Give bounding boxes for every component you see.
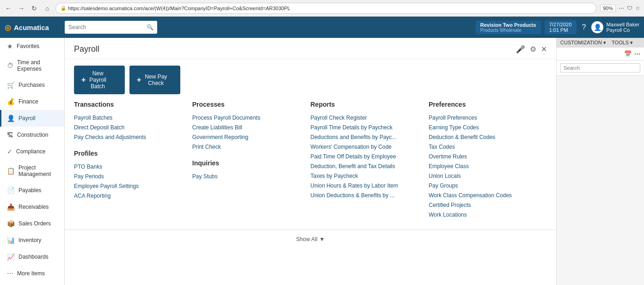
right-panel: CUSTOMIZATION ▾ TOOLS ▾ 📅 ⋯ (556, 38, 644, 285)
col-preferences: Preferences Payroll Preferences Earning … (429, 101, 547, 220)
right-panel-search[interactable] (557, 61, 644, 76)
plus-icon-1: + (81, 76, 86, 84)
compliance-icon: ✓ (7, 148, 12, 155)
back-button[interactable]: ← (4, 4, 13, 13)
calendar-icon[interactable]: 📅 (624, 50, 632, 57)
plus-icon-2: + (137, 76, 141, 84)
search-input[interactable] (68, 24, 144, 30)
sidebar-item-construction[interactable]: 🏗 Construction (0, 127, 64, 143)
link-direct-deposit-batch[interactable]: Direct Deposit Batch (74, 123, 192, 132)
extensions-icon: 🛡 (627, 5, 632, 12)
sidebar-item-time-expenses[interactable]: ⏱ Time and Expenses (0, 55, 64, 77)
user-icon: 👤 (594, 24, 601, 31)
link-process-payroll-documents[interactable]: Process Payroll Documents (192, 114, 311, 122)
sidebar-item-payables[interactable]: 📄 Payables (0, 182, 64, 199)
link-deductions-benefits-payc[interactable]: Deductions and Benefits by Payc... (311, 133, 429, 141)
help-button[interactable]: ? (580, 21, 588, 33)
url-text: https://salesdemo.acumatica.com/ace/(W(4… (68, 6, 290, 11)
more-options-icon[interactable]: ⋯ (634, 50, 640, 57)
more-icon[interactable]: ⋯ (619, 5, 624, 12)
sidebar-item-finance[interactable]: 💰 Finance (0, 93, 64, 110)
settings-icon[interactable]: ⚙ (530, 45, 536, 54)
home-button[interactable]: ⌂ (43, 4, 52, 13)
link-pay-checks-adjustments[interactable]: Pay Checks and Adjustments (74, 133, 192, 141)
link-payroll-time-details[interactable]: Payroll Time Details by Paycheck (311, 123, 429, 132)
inquiries-title: Inquiries (192, 159, 311, 167)
sidebar-item-more-items[interactable]: ⋯ More Items (0, 265, 64, 282)
sidebar-label-payroll: Payroll (18, 115, 36, 121)
logo-icon: ◎ (5, 23, 11, 32)
chevron-down-icon: ▼ (319, 236, 325, 243)
content-area: Payroll 🎤 ⚙ ✕ + NewPayrollBatch + New Pa… (65, 38, 556, 285)
link-union-deductions-benefits[interactable]: Union Deductions & Benefits by ... (311, 191, 429, 200)
link-employee-payroll-settings[interactable]: Employee Payroll Settings (74, 182, 192, 190)
sidebar-item-sales-orders[interactable]: 📦 Sales Orders (0, 215, 64, 232)
link-government-reporting[interactable]: Government Reporting (192, 133, 311, 141)
new-pay-check-button[interactable]: + New PayCheck (129, 66, 180, 94)
inventory-icon: 📊 (7, 236, 15, 244)
sidebar-item-inventory[interactable]: 📊 Inventory (0, 232, 64, 249)
refresh-button[interactable]: ↻ (30, 4, 39, 13)
link-earning-type-codes[interactable]: Earning Type Codes (429, 123, 547, 132)
new-pay-check-label: New PayCheck (145, 73, 167, 86)
tools-button[interactable]: TOOLS ▾ (612, 40, 633, 46)
avatar: 👤 (591, 21, 603, 33)
sidebar-label-more-items: More Items (17, 270, 45, 277)
link-payroll-batches[interactable]: Payroll Batches (74, 114, 192, 122)
link-work-locations[interactable]: Work Locations (429, 211, 547, 219)
link-overtime-rules[interactable]: Overtime Rules (429, 152, 547, 161)
link-pay-periods[interactable]: Pay Periods (74, 172, 192, 181)
star-icon[interactable]: ☆ (635, 5, 640, 12)
revision-box[interactable]: Revision Two Products Products Wholesale (476, 21, 541, 34)
sidebar-item-payroll[interactable]: 👤 Payroll (0, 110, 64, 127)
new-payroll-batch-button[interactable]: + NewPayrollBatch (74, 66, 125, 94)
link-tax-codes[interactable]: Tax Codes (429, 143, 547, 151)
url-bar[interactable]: 🔒 https://salesdemo.acumatica.com/ace/(W… (55, 3, 596, 14)
link-print-check[interactable]: Print Check (192, 143, 311, 151)
processes-title: Processes (192, 101, 311, 108)
link-payroll-check-register[interactable]: Payroll Check Register (311, 114, 429, 122)
show-all-button[interactable]: Show All ▼ (296, 236, 325, 243)
sidebar-item-purchases[interactable]: 🛒 Purchases (0, 77, 64, 93)
lock-icon: 🔒 (61, 6, 66, 11)
sidebar-item-favorites[interactable]: ★ Favorites (0, 38, 64, 55)
sidebar-item-compliance[interactable]: ✓ Compliance (0, 143, 64, 160)
link-create-liabilities-bill[interactable]: Create Liabilities Bill (192, 123, 311, 132)
more-items-icon: ⋯ (7, 270, 13, 277)
link-certified-projects[interactable]: Certified Projects (429, 201, 547, 209)
link-aca-reporting[interactable]: ACA Reporting (74, 192, 192, 200)
purchases-icon: 🛒 (7, 81, 15, 89)
app-logo[interactable]: ◎ Acumatica (5, 23, 60, 32)
link-union-hours-rates[interactable]: Union Hours & Rates by Labor Item (311, 182, 429, 190)
sidebar-item-receivables[interactable]: 📥 Receivables (0, 199, 64, 215)
microphone-icon[interactable]: 🎤 (516, 45, 525, 54)
sidebar-label-project-management: Project Management (18, 164, 59, 177)
customization-button[interactable]: CUSTOMIZATION ▾ (560, 40, 606, 46)
link-deduction-benefit-tax-details[interactable]: Deduction, Benefit and Tax Details (311, 162, 429, 170)
user-box[interactable]: 👤 Maxwell Baker Payroll Co (591, 21, 639, 33)
right-panel-search-input[interactable] (560, 63, 640, 73)
user-name: Maxwell Baker (606, 22, 639, 27)
search-bar[interactable]: 🔍 (65, 21, 157, 34)
link-union-locals[interactable]: Union Locals (429, 172, 547, 180)
link-paid-time-off-details[interactable]: Paid Time Off Details by Employee (311, 152, 429, 161)
link-pto-banks[interactable]: PTO Banks (74, 163, 192, 171)
sidebar-item-project-management[interactable]: 📋 Project Management (0, 160, 64, 182)
receivables-icon: 📥 (7, 203, 15, 211)
link-work-class-compensation[interactable]: Work Class Compensation Codes (429, 191, 547, 200)
link-employee-class[interactable]: Employee Class (429, 162, 547, 170)
close-icon[interactable]: ✕ (541, 45, 547, 54)
link-deduction-benefit-codes[interactable]: Deduction & Benefit Codes (429, 133, 547, 141)
link-taxes-by-paycheck[interactable]: Taxes by Paycheck (311, 172, 429, 180)
link-payroll-preferences[interactable]: Payroll Preferences (429, 114, 547, 122)
revision-title: Revision Two Products (480, 22, 536, 28)
sidebar-label-receivables: Receivables (18, 204, 49, 210)
sidebar-item-dashboards[interactable]: 📈 Dashboards (0, 249, 64, 265)
link-pay-stubs[interactable]: Pay Stubs (192, 172, 311, 181)
user-role: Payroll Co (606, 27, 639, 33)
sidebar-label-dashboards: Dashboards (18, 254, 49, 260)
favorites-icon: ★ (7, 42, 13, 50)
link-pay-groups[interactable]: Pay Groups (429, 182, 547, 190)
link-workers-compensation[interactable]: Workers' Compensation by Code (311, 143, 429, 151)
forward-button[interactable]: → (17, 4, 26, 13)
